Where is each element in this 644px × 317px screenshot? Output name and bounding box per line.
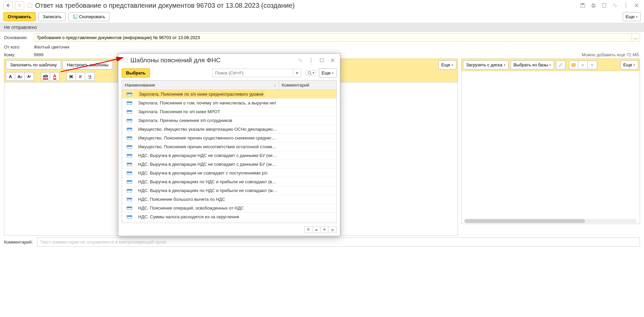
arrow-left-icon	[6, 3, 10, 8]
more-button[interactable]: Еще	[623, 12, 641, 21]
report-icon-button[interactable]	[600, 1, 608, 9]
row-name-cell: Зарплата. Пояснение по з/п ниже среднеот…	[137, 91, 279, 97]
modal-search-input[interactable]	[212, 69, 293, 77]
table-row[interactable]: Зарплата. Причины снижения з/п сотрудник…	[122, 116, 336, 125]
col-comment-header[interactable]: Комментарий	[279, 81, 336, 90]
svg-rect-1	[582, 3, 584, 5]
nav-prev-button[interactable]	[312, 226, 320, 233]
copy-button[interactable]: Скопировать	[68, 12, 110, 21]
kebab-icon	[308, 58, 314, 63]
basis-select-button[interactable]: …	[632, 33, 640, 42]
scrollbar-thumb[interactable]	[464, 219, 585, 223]
template-icon	[127, 207, 132, 210]
close-window-button[interactable]	[633, 1, 641, 9]
font-increase-button[interactable]: A▴	[15, 72, 25, 81]
link-icon-button[interactable]	[611, 1, 619, 9]
nav-forward-button[interactable]	[15, 1, 24, 9]
nav-last-icon	[331, 228, 334, 231]
col-name-header[interactable]: Наименование ↓	[122, 81, 279, 90]
load-disk-button[interactable]: Загрузить с диска	[463, 60, 509, 69]
svg-rect-15	[320, 59, 324, 62]
scrollbar[interactable]	[464, 219, 637, 223]
close-icon	[634, 3, 639, 8]
modal-title: Шаблоны пояснений для ФНС	[130, 57, 294, 64]
comment-row: Комментарий:	[0, 235, 644, 249]
move-down-icon-button[interactable]	[588, 61, 597, 69]
table-row[interactable]: НДС. Выручка в декларациях по НДС и приб…	[122, 186, 336, 195]
table-row[interactable]: НДС. Выручка в декларации не совпадает с…	[122, 169, 336, 178]
save-icon-button[interactable]	[579, 1, 587, 9]
edit-icon-button[interactable]	[556, 61, 565, 69]
row-name-text: Зарплата. Причины снижения з/п сотрудник…	[138, 118, 232, 123]
table-row[interactable]: НДС. Пояснение операций, освобожденных о…	[122, 204, 336, 213]
font-normal-button[interactable]: A	[6, 72, 15, 81]
modal-link-button[interactable]	[296, 56, 304, 64]
highlight-color-button[interactable]: ab	[41, 72, 50, 81]
from-value: Желтый цветочек	[34, 44, 69, 50]
font-color-button[interactable]: A	[50, 72, 60, 81]
nav-first-button[interactable]	[304, 226, 312, 233]
row-name-cell: НДС. Выручка в декларациях по НДС и приб…	[137, 188, 279, 193]
nav-back-button[interactable]	[3, 1, 13, 9]
table-row[interactable]: Зарплата. Пояснения о том, почему з/п на…	[122, 99, 336, 107]
table-row[interactable]: НДС. Выручка в декларациях по НДС и приб…	[122, 178, 336, 186]
table-row[interactable]: НДС. Выручка в декларации НДС не совпада…	[122, 160, 336, 169]
row-name-text: Имущество. Пояснение причин существенног…	[138, 135, 278, 140]
svg-point-7	[625, 5, 626, 6]
nav-first-icon	[307, 228, 310, 231]
save-button[interactable]: Записать	[38, 12, 66, 21]
print-icon-button[interactable]	[589, 1, 597, 9]
configure-templates-button[interactable]: Настроить шаблоны	[62, 60, 113, 69]
modal-maximize-button[interactable]	[318, 56, 326, 64]
row-icon-cell	[122, 93, 137, 96]
select-db-button[interactable]: Выбрать из базы	[511, 60, 554, 69]
modal-menu-button[interactable]	[307, 56, 315, 64]
modal-close-button[interactable]	[329, 56, 337, 64]
row-name-text: НДС. Выручка в декларациях по НДС и приб…	[138, 188, 277, 193]
nav-last-button[interactable]	[329, 226, 337, 233]
table-row[interactable]: НДС. Пояснение большого вычета по НДС	[122, 195, 336, 204]
table-row[interactable]: НДС. Суммы налога расходятся из-за округ…	[122, 213, 336, 221]
comment-input[interactable]	[37, 237, 640, 247]
table-row[interactable]: Имущество. Пояснение причин существенног…	[122, 134, 336, 142]
row-name-cell: НДС. Выручка в декларации НДС не совпада…	[137, 153, 279, 158]
attach-icon-button[interactable]	[569, 61, 578, 69]
table-row[interactable]: НДС. Выручка в декларации НДС не совпада…	[122, 151, 336, 160]
table-row[interactable]: Зарплата. Пояснения по з/п ниже МРОТ	[122, 107, 336, 116]
left-more-button[interactable]: Еще	[438, 60, 456, 69]
modal-search-clear-button[interactable]: ×	[293, 69, 301, 77]
modal-table: Наименование ↓ Комментарий Зарплата. Поя…	[122, 80, 337, 223]
template-icon	[127, 198, 132, 201]
row-icon-cell	[122, 101, 137, 105]
italic-button[interactable]: К	[76, 72, 85, 81]
fill-template-button[interactable]: Заполнить по шаблону	[6, 60, 61, 69]
svg-rect-3	[592, 4, 594, 5]
menu-icon-button[interactable]	[622, 1, 630, 9]
row-icon-cell	[122, 119, 137, 122]
basis-input[interactable]	[34, 33, 632, 42]
nav-next-button[interactable]	[320, 226, 329, 233]
modal-favorite-icon[interactable]	[122, 57, 128, 64]
attachment-area[interactable]	[461, 71, 640, 224]
underline-button[interactable]: Ч	[85, 72, 95, 81]
kebab-icon	[623, 3, 628, 8]
modal-more-button[interactable]: Еще	[319, 68, 337, 77]
basis-label: Основание:	[4, 35, 31, 40]
send-button[interactable]: Отправить	[3, 12, 36, 21]
row-name-cell: НДС. Суммы налога расходятся из-за округ…	[137, 214, 279, 220]
bold-button[interactable]: Ж	[66, 72, 76, 81]
row-name-text: Зарплата. Пояснение по з/п ниже среднеот…	[138, 91, 265, 97]
modal-search-button[interactable]	[305, 70, 316, 76]
favorite-star-icon[interactable]	[26, 2, 33, 9]
table-row[interactable]: Имущество. Имущество указали амортизацию…	[122, 125, 336, 134]
font-decrease-button[interactable]: A▾	[25, 72, 34, 81]
template-icon	[127, 163, 132, 166]
table-row[interactable]: Имущество. Пояснения причин несоответств…	[122, 142, 336, 151]
table-row[interactable]: Зарплата. Пояснение по з/п ниже среднеот…	[122, 90, 336, 99]
move-up-icon-button[interactable]	[578, 61, 588, 69]
right-more-button[interactable]: Еще	[620, 60, 638, 69]
status-bar: Не отправлено	[0, 23, 644, 32]
template-icon	[127, 110, 132, 114]
modal-select-button[interactable]: Выбрать	[122, 68, 150, 77]
svg-point-14	[311, 62, 311, 62]
